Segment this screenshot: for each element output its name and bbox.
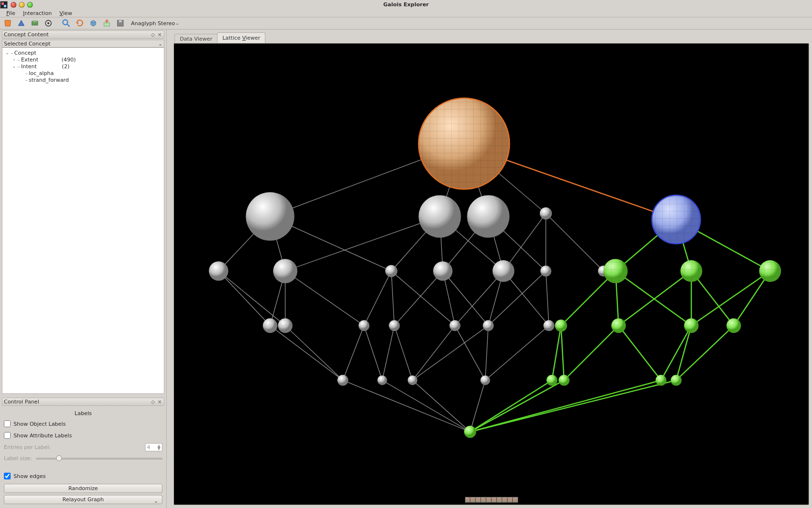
show-edges-checkbox[interactable]: Show edges [4, 470, 162, 482]
control-panel-header: Control Panel ◇ × [2, 398, 164, 406]
edges-grey [218, 144, 603, 432]
panel-close-icon[interactable]: × [157, 399, 162, 404]
svg-line-49 [394, 326, 413, 380]
toolbar: Anaglyph Stereo⌄ [0, 17, 812, 30]
node-green[interactable] [681, 260, 702, 282]
node-green[interactable] [759, 260, 781, 282]
svg-point-95 [684, 318, 698, 333]
node-green[interactable] [559, 375, 570, 386]
stereo-mode-dropdown[interactable]: Anaglyph Stereo⌄ [129, 20, 181, 27]
panel-detach-icon[interactable]: ◇ [150, 399, 156, 404]
node[interactable] [377, 375, 387, 385]
minimize-window-button[interactable] [19, 2, 25, 8]
svg-line-78 [470, 380, 564, 432]
svg-rect-2 [33, 20, 37, 22]
zoom-icon[interactable] [61, 18, 71, 28]
checkbox[interactable] [4, 420, 11, 427]
node[interactable] [407, 375, 417, 385]
chevron-down-icon: ⌄ [175, 21, 179, 26]
relayout-button[interactable]: Relayout Graph ⌄ [4, 495, 162, 504]
node-green[interactable] [611, 318, 626, 333]
node-green[interactable] [726, 318, 741, 333]
svg-point-94 [611, 318, 626, 333]
node-green[interactable] [603, 259, 627, 283]
node[interactable] [263, 318, 277, 333]
selected-concept-header[interactable]: Selected Concept ⌄ [2, 40, 164, 47]
tree-node-concept[interactable]: ⌄– Concept [3, 49, 163, 56]
menu-file[interactable]: File [3, 10, 18, 17]
checkbox[interactable] [4, 432, 11, 439]
maximize-window-button[interactable] [27, 2, 33, 8]
entries-spinbox[interactable]: 4 ▲▼ [145, 443, 162, 451]
tool-icon-2[interactable] [16, 18, 26, 28]
node[interactable] [540, 208, 552, 220]
node-top[interactable] [419, 98, 509, 189]
node[interactable] [273, 259, 297, 283]
node[interactable] [467, 195, 509, 238]
tree-leaf[interactable]: –loc_alpha [3, 70, 163, 76]
svg-point-97 [547, 375, 558, 386]
node[interactable] [209, 261, 228, 281]
node[interactable] [540, 266, 551, 277]
panel-detach-icon[interactable]: ◇ [150, 32, 156, 37]
svg-point-4 [47, 22, 49, 24]
menu-view[interactable]: View [56, 10, 75, 17]
node-green[interactable] [684, 318, 698, 333]
chevron-down-icon: ⌄ [154, 497, 158, 505]
node-green[interactable] [547, 375, 558, 386]
tab-lattice-viewer[interactable]: Lattice Viewer [217, 32, 265, 43]
node-green[interactable] [671, 375, 682, 386]
node[interactable] [359, 320, 370, 331]
node[interactable] [246, 192, 294, 240]
node[interactable] [450, 320, 461, 331]
save-icon[interactable] [116, 18, 125, 28]
show-attribute-labels-checkbox[interactable]: Show Attribute Labels [4, 430, 162, 441]
show-object-labels-checkbox[interactable]: Show Object Labels [4, 418, 162, 430]
lattice-graph[interactable] [174, 44, 809, 505]
tree-node-extent[interactable]: ›– Extent (490) [3, 56, 163, 63]
main-panel: Data Viewer Lattice Viewer [167, 30, 812, 508]
lattice-viewer[interactable] [174, 43, 809, 505]
cube-icon[interactable] [88, 18, 98, 28]
node[interactable] [493, 260, 514, 282]
tree-leaf[interactable]: –strand_forward [3, 76, 163, 83]
node-green[interactable] [555, 320, 567, 332]
svg-line-76 [676, 326, 734, 380]
node[interactable] [389, 320, 400, 331]
concept-content-header: Concept Content ◇ × [2, 30, 164, 39]
panel-close-icon[interactable]: × [157, 32, 162, 37]
randomize-button[interactable]: Randomize [4, 484, 162, 493]
svg-point-98 [559, 375, 570, 386]
node[interactable] [433, 261, 452, 281]
svg-point-92 [759, 260, 781, 282]
side-panel: Concept Content ◇ × Selected Concept ⌄ ⌄… [0, 30, 167, 508]
node-green[interactable] [464, 426, 476, 438]
svg-line-55 [343, 380, 470, 432]
checkbox[interactable] [4, 473, 11, 479]
export-icon[interactable] [102, 18, 112, 28]
svg-line-68 [691, 271, 770, 326]
node-blue[interactable] [652, 195, 700, 243]
node[interactable] [337, 375, 348, 386]
node-green[interactable] [655, 375, 667, 386]
label-size-slider[interactable] [36, 458, 162, 460]
node[interactable] [419, 195, 461, 238]
tool-icon-1[interactable] [3, 18, 13, 28]
node[interactable] [483, 320, 494, 331]
svg-line-54 [485, 326, 549, 380]
node[interactable] [480, 375, 490, 385]
tab-data-viewer[interactable]: Data Viewer [174, 34, 218, 44]
menu-interaction[interactable]: Interaction [19, 10, 55, 17]
svg-line-43 [546, 271, 549, 326]
svg-point-88 [603, 259, 627, 283]
tool-icon-3[interactable] [30, 18, 40, 28]
svg-line-6 [67, 24, 70, 27]
node[interactable] [543, 320, 554, 331]
close-window-button[interactable] [11, 2, 16, 8]
rotate-icon[interactable] [75, 18, 85, 28]
tree-node-intent[interactable]: ⌄– Intent (2) [3, 63, 163, 70]
node[interactable] [278, 318, 292, 333]
concept-tree[interactable]: ⌄– Concept ›– Extent (490) ⌄– Intent (2)… [2, 47, 164, 394]
tool-icon-4[interactable] [44, 18, 53, 28]
node[interactable] [385, 265, 397, 277]
